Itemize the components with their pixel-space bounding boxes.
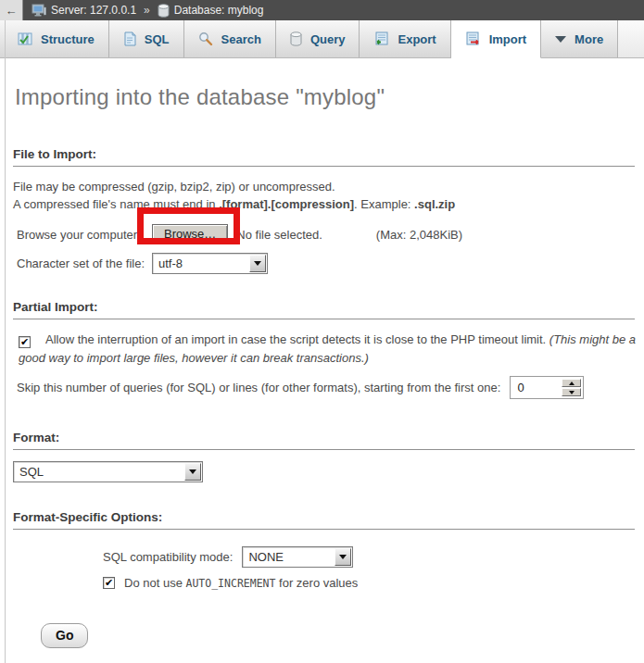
charset-select[interactable]: utf-8 [152, 253, 268, 274]
browse-button[interactable]: Browse… [152, 224, 228, 244]
naming-line-mid: . Example: [354, 197, 414, 211]
file-help-text: File may be compressed (gzip, bzip2, zip… [13, 178, 637, 213]
zero-values-suffix: for zero values [275, 576, 358, 590]
section-heading-file-to-import: File to Import: [13, 147, 635, 167]
zero-values-prefix: Do not use [124, 576, 186, 590]
tab-label: Export [398, 32, 436, 46]
charset-label: Character set of the file: [13, 256, 152, 270]
skip-queries-row: Skip this number of queries (for SQL) or… [13, 376, 637, 399]
tab-export[interactable]: Export [360, 20, 450, 57]
export-icon [373, 31, 389, 46]
format-row: SQL [13, 461, 637, 482]
allow-interruption-checkbox[interactable]: ✔ [19, 336, 31, 348]
format-selected-value: SQL [14, 465, 183, 479]
server-icon [32, 4, 46, 17]
chevron-down-icon [555, 36, 566, 43]
tab-label: Query [310, 32, 346, 46]
back-arrow-icon: ← [6, 4, 18, 18]
naming-example: .sql.zip [414, 197, 455, 211]
tab-label: Import [489, 32, 526, 46]
compression-line: File may be compressed (gzip, bzip2, zip… [13, 180, 335, 194]
charset-selected-value: utf-8 [153, 256, 248, 270]
charset-row: Character set of the file: utf-8 [13, 253, 637, 274]
phpmyadmin-import-page: { "breadcrumb": { "back_arrow": "←", "se… [0, 0, 644, 663]
tab-strip: Structure SQL Search Query Export [0, 20, 644, 58]
tab-structure[interactable]: Structure [4, 20, 109, 57]
breadcrumb-server[interactable]: Server: 127.0.0.1 [51, 4, 136, 17]
structure-icon [18, 31, 32, 46]
no-file-selected-text: No file selected. [236, 228, 322, 242]
section-heading-format: Format: [13, 431, 635, 450]
allow-interruption-text: Allow the interruption of an import in c… [45, 332, 549, 346]
breadcrumb-database[interactable]: Database: myblog [174, 4, 264, 17]
max-upload-size: (Max: 2,048KiB) [376, 228, 462, 242]
tab-strip-filler [618, 20, 644, 57]
tab-more[interactable]: More [541, 20, 618, 57]
format-select[interactable]: SQL [13, 461, 203, 482]
page-title: Importing into the database "myblog" [15, 84, 637, 110]
breadcrumb: Server: 127.0.0.1 » Database: myblog [32, 4, 263, 18]
breadcrumb-bar: ← Server: 127.0.0.1 » Database: myblog [0, 0, 644, 20]
skip-queries-label: Skip this number of queries (for SQL) or… [17, 381, 500, 394]
tab-label: More [575, 32, 603, 46]
section-heading-partial-import: Partial Import: [13, 300, 635, 319]
import-icon [465, 31, 481, 46]
sql-compat-row: SQL compatibility mode: NONE [103, 546, 637, 568]
spinner-buttons [562, 379, 581, 396]
search-icon [198, 31, 213, 46]
auto-increment-keyword: AUTO_INCREMENT [186, 577, 276, 590]
allow-interruption-row: ✔Allow the interruption of an import in … [13, 331, 637, 368]
tab-label: Structure [41, 32, 95, 46]
tab-import[interactable]: Import [451, 20, 541, 58]
tab-query[interactable]: Query [276, 20, 360, 57]
breadcrumb-separator: » [144, 4, 150, 17]
database-icon [158, 4, 170, 18]
browse-row: Browse your computer: Browse… No file se… [13, 224, 637, 244]
dropdown-arrow-icon[interactable] [184, 463, 201, 481]
tab-label: Search [221, 32, 261, 46]
skip-queries-input[interactable]: 0 [510, 376, 584, 399]
sql-compat-select[interactable]: NONE [242, 546, 353, 568]
naming-line-prefix: A compressed file's name must end in [13, 197, 219, 211]
section-heading-format-specific: Format-Specific Options: [13, 510, 635, 530]
dropdown-arrow-icon[interactable] [335, 548, 351, 566]
spinner-up-icon[interactable] [562, 379, 581, 387]
sql-icon [123, 31, 136, 46]
skip-queries-value: 0 [512, 381, 562, 394]
go-button[interactable]: Go [41, 623, 88, 648]
sql-compat-label: SQL compatibility mode: [103, 550, 233, 564]
zero-values-checkbox[interactable]: ✔ [103, 577, 115, 589]
dropdown-arrow-icon[interactable] [249, 255, 266, 272]
back-button[interactable]: ← [0, 0, 23, 20]
tab-label: SQL [145, 32, 170, 46]
zero-values-row: ✔ Do not use AUTO_INCREMENT for zero val… [103, 576, 637, 590]
tab-search[interactable]: Search [184, 20, 276, 57]
zero-values-text: Do not use AUTO_INCREMENT for zero value… [124, 576, 358, 590]
sql-compat-selected-value: NONE [243, 550, 334, 564]
naming-format-pattern: .[format].[compression] [219, 197, 354, 211]
browse-label: Browse your computer: [13, 228, 152, 242]
main-content: Importing into the database "myblog" Fil… [0, 84, 644, 648]
spinner-down-icon[interactable] [562, 388, 581, 396]
tab-sql[interactable]: SQL [109, 20, 184, 57]
query-icon [290, 31, 302, 46]
